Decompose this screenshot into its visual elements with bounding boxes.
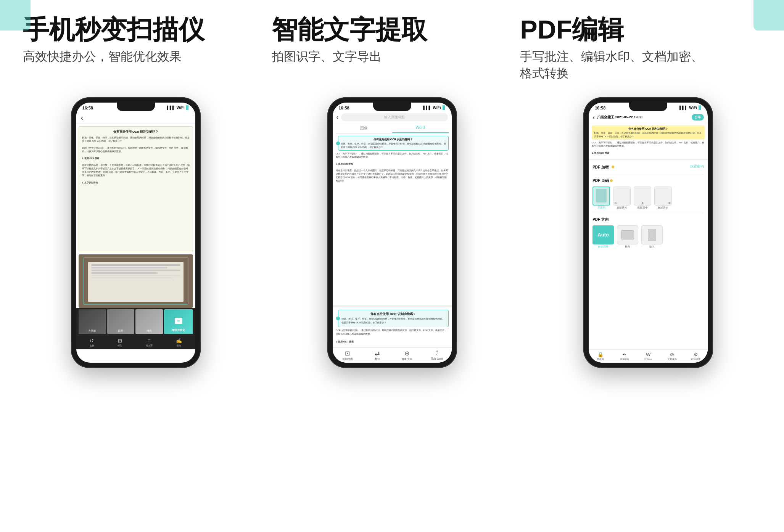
pdf-opt-nonum[interactable]: 无页码 xyxy=(592,186,610,210)
pdf-nav-antipiracy[interactable]: 🔒 防盗用 xyxy=(589,352,612,361)
pdf-settings-panel: PDF 加密 设置密码 PDF 页码 xyxy=(589,160,708,349)
tab-image[interactable]: 图像 xyxy=(336,123,392,133)
pdf-nav-bar: ‹ 扫描全能王 2021-05-22 19.08 分享 xyxy=(589,112,708,123)
pdf-bottom-nav: 🔒 防盗用 ✒ 添加签名 W 转Word xyxy=(589,349,708,363)
pdf-subtitle: 手写批注、编辑水印、文档加密、 格式转换 xyxy=(520,48,753,82)
battery-icon-pdf: ▊ xyxy=(699,106,702,110)
pdf-nav-settings[interactable]: ⚙ PDF设置 xyxy=(684,352,708,361)
phone-notch-pdf xyxy=(629,103,667,111)
ocr-bottom-nav: ⊡ 识别范围 ⇄ 翻译 ⊕ 复制文本 xyxy=(333,347,452,363)
pdf-opt-nonum-label: 无页码 xyxy=(597,206,605,210)
status-icons-ocr: ▌▌▌ WiFi ▊ xyxy=(423,106,445,110)
pdf-opt-bl[interactable]: 1 底部居左 xyxy=(613,186,631,210)
pdf-doc-title: 扫描全能王 2021-05-22 19.08 xyxy=(597,115,692,120)
pdf-encrypt-label-group: PDF 加密 xyxy=(592,163,614,170)
thumbnail-label-0: 去阴影 xyxy=(88,329,96,333)
pdf-dir-portrait[interactable]: 纵向 xyxy=(641,225,663,249)
toolbar-sign[interactable]: ✍ 签名 xyxy=(176,338,182,347)
toolbar-text-label: 转文字 xyxy=(146,344,153,347)
pdf-highlight-title: 你有充分使用 OCR 识别功能吗？ xyxy=(594,127,702,131)
pdf-direction-options: Auto 自动调整 横向 xyxy=(592,225,704,249)
thumbnail-label-2: 增亮 xyxy=(146,329,152,333)
thumbnail-1[interactable]: 原图 xyxy=(107,309,135,334)
toolbar-rotate-label: 左转 xyxy=(90,344,94,347)
ocr-upper-content: 你有充分使用 OCR 识别功能吗？ 扫描、美化、保存、分享，自动切边瞬间扫描，开… xyxy=(333,133,452,305)
nav-item-copy[interactable]: ⊕ 复制文本 xyxy=(392,350,422,361)
pdf-body-text: OCR（光学字符识别），通过相机拍照识别，帮助您将不同类型的文件，如扫描文件、P… xyxy=(592,141,705,154)
toolbar-rotate[interactable]: ↺ 左转 xyxy=(90,338,94,347)
header-section: 手机秒变扫描仪 高效快捷办公，智能优化效果 智能文字提取 拍图识字、文字导出 P… xyxy=(0,0,784,93)
pdf-pagenum-section: PDF 页码 无页码 xyxy=(592,178,704,210)
ocr-highlight-title-upper: 你有充分使用 OCR 识别功能吗？ xyxy=(341,138,446,141)
thumbnail-0[interactable]: 去阴影 xyxy=(79,309,106,334)
pdf-dir-landscape[interactable]: 横向 xyxy=(617,225,638,249)
back-button-ocr[interactable]: ‹ xyxy=(336,113,339,121)
scanner-subtitle: 高效快捷办公，智能优化效果 xyxy=(23,48,256,65)
pdf-opt-br-thumb: 1 xyxy=(654,186,672,206)
nav-item-translate[interactable]: ⇄ 翻译 xyxy=(362,350,392,361)
back-button-scanner[interactable]: ‹ xyxy=(81,113,84,122)
pdf-opt-bc[interactable]: 1 底部居中 xyxy=(634,186,651,210)
header-col-scanner: 手机秒变扫描仪 高效快捷办公，智能优化效果 xyxy=(23,15,264,82)
ocr-body-upper: OCR（光学字符识别），通过相机拍照识别，帮助您将不同类型的文件，如扫描文件、P… xyxy=(336,152,449,182)
pdf-pagenum-options: 无页码 1 底部居左 xyxy=(592,186,704,210)
phones-section: 16:58 ▌▌▌ WiFi ▊ ‹ xyxy=(0,93,784,376)
pdf-nav-signature[interactable]: ✒ 添加签名 xyxy=(613,352,636,361)
toolbar-markup[interactable]: ⊞ 标注 xyxy=(118,338,122,347)
pdf-set-password[interactable]: 设置密码 xyxy=(690,164,704,169)
scanner-document: 你有充分使用 OCR 识别功能吗？ 扫描、美化、保存、分享，自动切边瞬间扫描，开… xyxy=(79,126,193,252)
time-pdf: 16:58 xyxy=(595,106,605,110)
nav-item-scan-range[interactable]: ⊡ 识别范围 xyxy=(333,350,362,361)
pdf-pagenum-dot xyxy=(610,179,613,182)
phone-screen-scanner: 16:58 ▌▌▌ WiFi ▊ ‹ xyxy=(76,103,195,363)
pdf-opt-br[interactable]: 1 底部居右 xyxy=(654,186,672,210)
phone-wrapper-scanner: 16:58 ▌▌▌ WiFi ▊ ‹ xyxy=(11,93,260,368)
nav-bar-scanner: ‹ xyxy=(76,112,195,124)
pdf-opt-bl-thumb: 1 xyxy=(613,186,631,206)
header-col-ocr: 智能文字提取 拍图识字、文字导出 xyxy=(264,15,513,82)
ocr-title: 智能文字提取 xyxy=(272,15,505,44)
thumbnail-2[interactable]: 增亮 xyxy=(135,309,163,334)
pdf-nav-slim[interactable]: ⊘ 文档瘦身 xyxy=(660,352,684,361)
toolbar-markup-label: 标注 xyxy=(118,344,122,347)
pdf-dir-landscape-label: 横向 xyxy=(625,245,630,249)
pdf-opt-bc-num: 1 xyxy=(641,202,644,204)
nav-item-export[interactable]: ⤴ 导出 Word xyxy=(422,350,452,361)
battery-icon-ocr: ▊ xyxy=(443,106,446,110)
pdf-dir-portrait-label: 纵向 xyxy=(649,245,655,249)
toolbar-text[interactable]: T 转文字 xyxy=(146,338,153,347)
pdf-dir-auto-text: Auto xyxy=(597,232,609,238)
ocr-highlight-lower: 你有充分使用 OCR 识别功能吗？ 扫描、美化、保存、分享，自动切边瞬间扫描，开… xyxy=(338,310,449,327)
pdf-share-btn[interactable]: 分享 xyxy=(692,114,704,121)
signal-icon-pdf: ▌▌▌ xyxy=(679,106,687,110)
pdf-opt-br-num: 1 xyxy=(668,202,671,204)
phone-frame-ocr: 16:58 ▌▌▌ WiFi ▊ ‹ 输入页面标题 xyxy=(327,97,457,368)
teal-corner-top-right xyxy=(753,0,784,31)
status-icons-scanner: ▌▌▌ WiFi ▊ xyxy=(167,106,189,110)
ocr-lower-content: 你有充分使用 OCR 识别功能吗？ 扫描、美化、保存、分享，自动切边瞬间扫描，开… xyxy=(333,307,452,347)
thumbnail-3-active[interactable]: 增强并锐化 xyxy=(164,309,193,334)
time-ocr: 16:58 xyxy=(339,106,349,110)
nav-input-ocr[interactable]: 输入页面标题 xyxy=(341,113,448,121)
phone-col-pdf: 16:58 ▌▌▌ WiFi ▊ ‹ 扫描全能王 2021-05-22 19.0… xyxy=(524,93,773,368)
wifi-icon-pdf: WiFi xyxy=(689,106,697,110)
pdf-encrypt-label: PDF 加密 xyxy=(592,165,609,169)
pdf-nav-signature-label: 添加签名 xyxy=(620,358,629,361)
nav-label-copy: 复制文本 xyxy=(402,358,412,361)
pdf-nav-slim-label: 文档瘦身 xyxy=(668,358,677,361)
scanner-doc-title: 你有充分使用 OCR 识别功能吗？ xyxy=(82,130,190,134)
ocr-highlight-upper: 你有充分使用 OCR 识别功能吗？ 扫描、美化、保存、分享，自动切边瞬间扫描，开… xyxy=(338,136,449,151)
pdf-nav-settings-label: PDF设置 xyxy=(691,358,700,361)
pdf-yellow-highlight: 你有充分使用 OCR 识别功能吗？ 扫描、美化、保存、分享，自动切边瞬间扫描，开… xyxy=(592,125,705,140)
pdf-pagenum-label: PDF 页码 xyxy=(592,178,609,183)
thumbnail-label-1: 原图 xyxy=(118,329,123,333)
pdf-nav-toword[interactable]: W 转Word xyxy=(636,352,660,361)
pdf-opt-br-label: 底部居右 xyxy=(658,206,668,210)
toolbar-sign-label: 签名 xyxy=(177,344,181,347)
phone-frame-scanner: 16:58 ▌▌▌ WiFi ▊ ‹ xyxy=(71,97,201,368)
ocr-dot-upper xyxy=(336,141,340,145)
pdf-dir-auto[interactable]: Auto 自动调整 xyxy=(592,225,614,249)
back-button-pdf[interactable]: ‹ xyxy=(592,113,595,121)
tab-word[interactable]: Word xyxy=(392,123,449,133)
wifi-icon: WiFi xyxy=(177,106,185,110)
